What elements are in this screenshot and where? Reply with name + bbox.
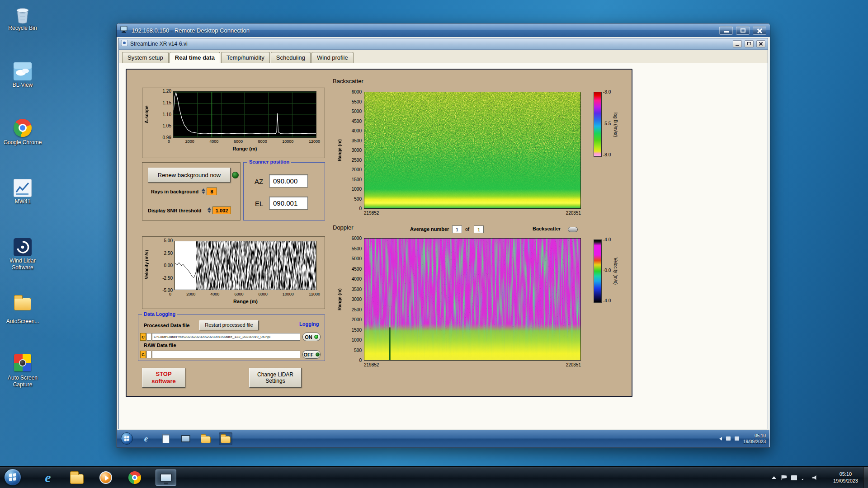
processed-path-field[interactable]: C:\Lidar\Data\Proc\2023\202309\20230919\… <box>152 333 300 341</box>
remote-capture-icon[interactable] <box>219 432 232 445</box>
velocity-ylabel: Velocity (m/s) <box>144 242 149 287</box>
taskbar-chrome-icon[interactable] <box>126 469 144 486</box>
velocity-yticks: 5.002.500.00-2.50-5.00 <box>157 238 173 293</box>
backscatter-yticks: 6000550050004500400035003000250020001500… <box>346 89 362 211</box>
snr-spinner[interactable] <box>208 206 211 215</box>
remote-folder-icon[interactable] <box>199 432 212 445</box>
remote-network-icon[interactable] <box>735 436 739 441</box>
backscatter-heatmap <box>364 92 581 209</box>
tray-app-icon[interactable] <box>791 475 797 480</box>
app-titlebar[interactable]: StreamLine XR v14-6.vi <box>119 38 768 50</box>
auto-screen-capture-icon <box>13 354 32 373</box>
chrome-icon <box>13 119 32 138</box>
tick-label: -3.0 <box>603 89 611 94</box>
desktop-icon-mw41[interactable]: MW41 <box>3 178 42 205</box>
tick-label: 5000 <box>352 256 362 261</box>
tab-scheduling[interactable]: Scheduling <box>271 52 311 63</box>
app-window-title: StreamLine XR v14-6.vi <box>130 41 730 47</box>
tray-chevron-icon[interactable] <box>772 476 776 479</box>
velocity-plot <box>175 241 316 290</box>
average-total-field[interactable]: 1 <box>474 225 484 233</box>
el-field[interactable]: 090.001 <box>269 197 308 210</box>
rdp-maximize-button[interactable] <box>736 26 750 35</box>
background-led <box>232 172 239 178</box>
desktop-icon-auto-screen-capture[interactable]: Auto Screen Capture <box>3 353 42 388</box>
tab-wind-profile[interactable]: Wind profile <box>311 52 354 63</box>
rdp-window-title: 192.168.0.150 - Remote Desktop Connectio… <box>132 27 716 34</box>
tick-label: -2.50 <box>162 276 173 281</box>
start-button[interactable] <box>4 469 21 486</box>
remote-clock[interactable]: 05:10 19/09/2023 <box>743 433 766 445</box>
raw-path-field[interactable] <box>152 351 300 358</box>
snr-field[interactable]: 1.002 <box>212 206 231 214</box>
desktop-icon-wind-lidar[interactable]: Wind Lidar Software <box>3 237 42 271</box>
tick-label: 3000 <box>352 297 362 302</box>
on-label: ON <box>305 334 312 340</box>
tab-bar: System setup Real time data Temp/humidit… <box>119 50 768 63</box>
tick-label: 2000 <box>185 139 194 144</box>
remote-volume-icon[interactable] <box>726 436 731 441</box>
remote-ie-icon[interactable]: e <box>139 432 153 445</box>
tick-label: 10000 <box>283 292 294 296</box>
background-group: Renew background now Rays in background … <box>142 162 241 221</box>
network-icon[interactable] <box>802 475 808 480</box>
rays-spinner[interactable] <box>202 187 205 196</box>
desktop-icon-google-chrome[interactable]: Google Chrome <box>3 118 42 146</box>
tick-label: 6000 <box>352 236 362 241</box>
remote-desktop-icon <box>160 474 172 482</box>
backscatter-x-start: 219852 <box>364 211 379 216</box>
tick-label: 10000 <box>282 139 293 144</box>
restart-processed-button[interactable]: Restart processed file <box>199 320 259 330</box>
rdp-minimize-button[interactable] <box>719 26 733 35</box>
stop-software-button[interactable]: STOP software <box>142 368 185 388</box>
desktop-icon-bl-view[interactable]: BL-View <box>3 61 42 89</box>
remote-app-icon[interactable] <box>179 432 193 445</box>
tab-real-time-data[interactable]: Real time data <box>170 52 220 63</box>
tick-label: 1.10 <box>163 112 171 117</box>
app-close-button[interactable] <box>756 40 765 47</box>
taskbar-media-player-icon[interactable] <box>97 469 115 486</box>
renew-background-button[interactable]: Renew background now <box>148 168 231 183</box>
data-logging-title: Data Logging <box>142 311 177 317</box>
tick-label: 6000 <box>352 89 362 94</box>
tab-system-setup[interactable]: System setup <box>122 52 169 63</box>
rdp-titlebar[interactable]: 192.168.0.150 - Remote Desktop Connectio… <box>117 23 770 37</box>
a-scope-ylabel: A-scope <box>144 93 149 136</box>
app-minimize-button[interactable] <box>733 40 742 47</box>
action-center-icon[interactable] <box>781 475 787 480</box>
remote-system-tray: 05:10 19/09/2023 <box>719 433 766 445</box>
logging-on-button[interactable]: ON <box>302 333 321 341</box>
browse-icon[interactable] <box>146 333 151 341</box>
browse-icon-raw[interactable] <box>146 351 151 358</box>
volume-icon[interactable] <box>812 475 818 480</box>
change-lidar-settings-button[interactable]: Change LiDAR Settings <box>249 368 302 388</box>
show-desktop-button[interactable] <box>863 467 868 488</box>
bl-view-icon <box>13 61 32 80</box>
remote-start-orb[interactable] <box>121 432 133 445</box>
taskbar-ie-icon[interactable]: e <box>39 469 57 486</box>
desktop-icon-autoscreen[interactable]: AutoScreen... <box>3 294 42 325</box>
average-number-field[interactable]: 1 <box>452 225 462 233</box>
backscatter-xticks: 219852 220351 <box>364 211 581 216</box>
tab-temp-humidity[interactable]: Temp/humidity <box>221 52 270 63</box>
average-number-label: Average number <box>410 226 449 232</box>
tick-label: 3500 <box>352 287 362 292</box>
tick-label: 5.00 <box>164 238 173 243</box>
remote-tray-chevron-icon[interactable] <box>719 437 722 441</box>
rdp-close-button[interactable] <box>753 26 766 35</box>
backscatter-toggle[interactable] <box>568 227 578 232</box>
tick-label: 1.20 <box>163 89 171 94</box>
rays-field[interactable]: 8 <box>207 188 217 195</box>
app-maximize-button[interactable] <box>745 40 754 47</box>
desktop-icon-recycle-bin[interactable]: Recycle Bin <box>3 5 42 32</box>
logging-off-button[interactable]: OFF <box>302 350 321 359</box>
remote-notepad-icon[interactable] <box>159 432 173 445</box>
tick-label: 4000 <box>210 292 219 296</box>
host-taskbar: e 05:10 19/09/2023 <box>0 466 868 488</box>
clock-area[interactable]: 05:10 19/09/2023 <box>833 467 858 488</box>
off-led <box>316 352 320 357</box>
taskbar-explorer-icon[interactable] <box>68 469 86 486</box>
az-field[interactable]: 090.000 <box>269 174 308 188</box>
clock: 05:10 19/09/2023 <box>833 471 858 484</box>
taskbar-rdp-icon[interactable] <box>156 469 176 486</box>
